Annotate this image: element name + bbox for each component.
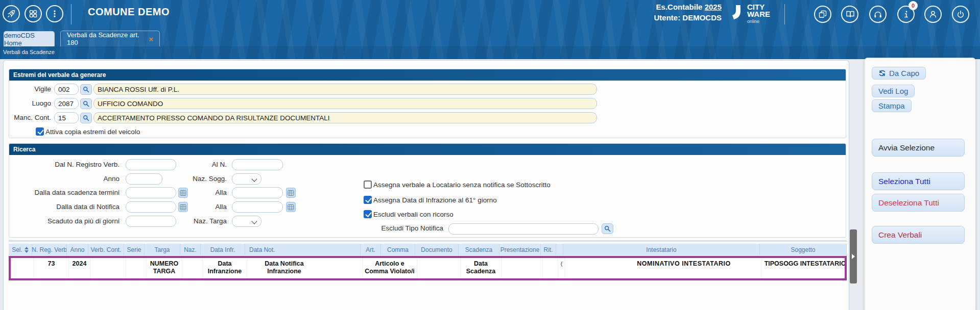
- vigile-code-input[interactable]: [54, 84, 79, 95]
- col-serie[interactable]: Serie: [124, 244, 145, 255]
- user-profile-button[interactable]: [924, 6, 942, 23]
- cell-n-reg: 73: [34, 258, 69, 278]
- col-targa[interactable]: Targa: [145, 244, 180, 255]
- calendar-icon: [288, 190, 294, 196]
- rocket-icon: [7, 9, 16, 18]
- manc-cont-description-input[interactable]: [93, 112, 597, 123]
- tab-strip: demoCDS Home Verbali da Scadenze art. 18…: [0, 28, 980, 46]
- search-icon: [83, 115, 89, 121]
- seleziona-tutti-button[interactable]: Seleziona Tutti: [872, 172, 965, 190]
- quick-launch-button[interactable]: [3, 5, 20, 22]
- panel-expander[interactable]: [850, 229, 857, 283]
- alla-label: Alla: [132, 189, 227, 196]
- tab-democds-home[interactable]: demoCDS Home: [4, 31, 55, 46]
- col-documento[interactable]: Documento: [415, 244, 459, 255]
- close-tab-icon[interactable]: ×: [149, 35, 153, 43]
- da-capo-button[interactable]: Da Capo: [872, 67, 926, 80]
- cell-targa: NUMERO TARGA: [147, 258, 182, 278]
- breadcrumb: Verbali da Scadenze: [3, 49, 55, 55]
- infrazione-61-checkbox[interactable]: [364, 196, 372, 204]
- anno-label: Anno: [9, 175, 119, 183]
- table-row[interactable]: 73 2024 NUMERO TARGA Data Infranzione Da…: [9, 256, 847, 280]
- manc-cont-label: Manc. Cont.: [9, 114, 51, 121]
- refresh-icon: [878, 69, 886, 77]
- alla-data-scadenza-input[interactable]: [232, 187, 283, 198]
- cell-scadenza: Data Scadenza: [461, 258, 501, 278]
- col-intestatario[interactable]: Intestatario: [563, 244, 760, 255]
- col-n-reg-verb[interactable]: N. Reg. Verb: [32, 244, 67, 255]
- al-n-input[interactable]: [232, 159, 283, 170]
- cell-data-infr: Data Infranzione: [203, 258, 247, 278]
- attiva-copia-checkbox[interactable]: [36, 127, 44, 136]
- user-line: Utente: DEMOCDS: [576, 12, 722, 23]
- search-icon: [83, 86, 89, 93]
- calendar-button[interactable]: [286, 188, 296, 198]
- cell-presentazione: [501, 258, 543, 278]
- windows-icon: [818, 10, 827, 19]
- escludi-tipo-notifica-search-button[interactable]: [602, 223, 613, 234]
- book-icon: [845, 10, 854, 19]
- col-naz[interactable]: Naz.: [180, 244, 201, 255]
- cell-rit: [543, 258, 558, 278]
- sort-icon: [25, 247, 29, 253]
- fiscal-year-line: Es.Contabile 2025: [576, 2, 722, 12]
- col-scadenza[interactable]: Scadenza: [459, 244, 499, 255]
- stampa-button[interactable]: Stampa: [872, 99, 912, 112]
- col-soggetto[interactable]: Soggetto: [760, 244, 847, 255]
- app-title: COMUNE DEMO: [88, 6, 170, 18]
- crea-verbali-button[interactable]: Crea Verbali: [872, 226, 965, 244]
- escludi-ricorso-checkbox[interactable]: [364, 210, 372, 218]
- vigile-search-button[interactable]: [80, 84, 92, 95]
- avvia-selezione-button[interactable]: Avvia Selezione: [872, 139, 965, 157]
- info-icon: [901, 10, 911, 19]
- manc-cont-code-input[interactable]: [54, 112, 79, 123]
- col-presentazione[interactable]: Presentazione: [499, 244, 541, 255]
- breadcrumb-bar: Verbali da Scadenze: [0, 46, 980, 59]
- field-row-luogo: Luogo: [9, 98, 846, 110]
- col-rit[interactable]: Rit.: [541, 244, 556, 255]
- app-window: COMUNE DEMO Es.Contabile 2025 Utente: DE…: [0, 0, 980, 310]
- escludi-tipo-notifica-input[interactable]: [448, 223, 599, 235]
- apps-menu-button[interactable]: [25, 5, 42, 22]
- col-data-not[interactable]: Data Not.: [245, 244, 361, 255]
- luogo-description-input[interactable]: [93, 98, 597, 109]
- option-61-giorno: Assegna Data di Infrazione al 61° giorno: [364, 196, 497, 204]
- luogo-search-button[interactable]: [80, 98, 92, 109]
- more-options-button[interactable]: [46, 5, 63, 22]
- windows-button[interactable]: [814, 6, 831, 23]
- manc-cont-search-button[interactable]: [80, 113, 92, 123]
- manual-button[interactable]: [841, 6, 858, 23]
- field-row-vigile: Vigile: [9, 84, 846, 95]
- infrazione-61-label: Assegna Data di Infrazione al 61° giorno: [373, 196, 497, 204]
- expand-right-icon: [852, 254, 855, 259]
- locatario-checkbox[interactable]: [364, 180, 372, 189]
- calendar-button[interactable]: [286, 202, 296, 212]
- header-zone: COMUNE DEMO Es.Contabile 2025 Utente: DE…: [0, 0, 980, 59]
- col-anno[interactable]: Anno: [67, 244, 88, 255]
- support-button[interactable]: [869, 6, 887, 23]
- header-divider: [784, 4, 785, 24]
- col-verb-cont[interactable]: Verb. Cont.: [88, 244, 124, 255]
- vigile-description-input[interactable]: [93, 84, 597, 95]
- table-header-row: Sel. N. Reg. Verb Anno Verb. Cont. Serie…: [9, 244, 847, 255]
- vedi-log-button[interactable]: Vedi Log: [872, 85, 915, 97]
- col-data-infr[interactable]: Data Infr.: [201, 244, 245, 255]
- cell-sel[interactable]: [11, 258, 34, 278]
- luogo-code-input[interactable]: [54, 98, 79, 109]
- col-sel[interactable]: Sel.: [9, 244, 32, 255]
- cell-data-not: Data Notifica Infranzione: [247, 258, 363, 278]
- vigile-label: Vigile: [9, 85, 51, 93]
- option-ricorso: Escludi verbali con ricorso: [364, 210, 453, 218]
- logout-button[interactable]: [952, 6, 969, 23]
- naz-sogg-select[interactable]: [232, 173, 261, 185]
- col-art[interactable]: Art.: [361, 244, 381, 255]
- col-spacer: [556, 244, 563, 255]
- tab-verbali-scadenze[interactable]: Verbali da Scadenze art. 180 ×: [60, 31, 160, 46]
- deseleziona-tutti-button[interactable]: Deseleziona Tutti: [872, 194, 965, 212]
- col-comma[interactable]: Comma: [381, 244, 415, 255]
- calendar-icon: [288, 204, 294, 211]
- alla-data-notifica-input[interactable]: [232, 201, 283, 213]
- escludi-tipo-notifica-row: Escludi Tipo Notifica: [9, 223, 846, 235]
- fiscal-year[interactable]: 2025: [705, 3, 722, 11]
- main-panel: Estremi del verbale da generare Vigile L…: [3, 60, 849, 310]
